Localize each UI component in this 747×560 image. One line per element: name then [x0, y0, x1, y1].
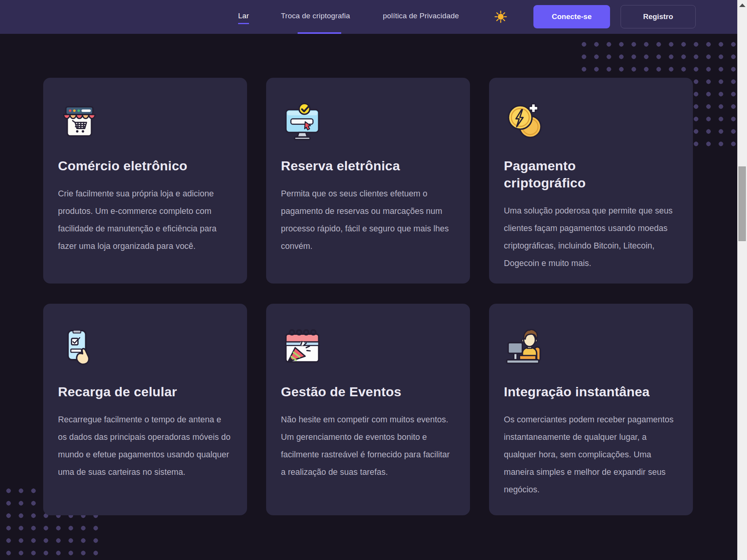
feature-card-crypto-payment: Pagamento criptográfico Uma solução pode… — [489, 78, 693, 284]
feature-description: Crie facilmente sua própria loja e adici… — [58, 185, 231, 255]
feature-card-event-management: Gestão de Eventos Não hesite em competir… — [266, 304, 470, 515]
feature-card-mobile-topup: Recarga de celular Recarregue facilmente… — [43, 304, 247, 515]
feature-title: Integração instantânea — [504, 383, 677, 400]
feature-title: Recarga de celular — [58, 383, 231, 400]
storefront-icon — [58, 100, 231, 140]
feature-title: Reserva eletrônica — [281, 157, 454, 174]
event-calendar-icon — [281, 326, 454, 366]
register-button[interactable]: Registro — [621, 5, 696, 28]
phone-topup-icon — [58, 326, 231, 366]
features-grid: Comércio eletrônico Crie facilmente sua … — [43, 78, 693, 515]
crypto-coins-icon — [504, 100, 677, 140]
feature-title: Gestão de Eventos — [281, 383, 454, 400]
merchant-desk-icon — [504, 326, 677, 366]
feature-card-ebooking: Reserva eletrônica Permita que os seus c… — [266, 78, 470, 284]
scrollbar-up-arrow-icon[interactable] — [739, 4, 745, 7]
login-button[interactable]: Conecte-se — [533, 5, 610, 28]
nav-link-crypto-exchange[interactable]: Troca de criptografia — [281, 12, 350, 20]
feature-title: Comércio eletrônico — [58, 157, 231, 174]
feature-description: Os comerciantes podem receber pagamentos… — [504, 411, 677, 499]
feature-card-ecommerce: Comércio eletrônico Crie facilmente sua … — [43, 78, 247, 284]
feature-title: Pagamento criptográfico — [504, 157, 613, 191]
nav-link-home[interactable]: Lar — [238, 12, 249, 24]
theme-toggle-button[interactable] — [493, 10, 508, 24]
sun-icon — [494, 19, 507, 24]
booking-monitor-icon — [281, 100, 454, 140]
scrollbar-track[interactable] — [737, 0, 747, 560]
nav-link-privacy-policy[interactable]: política de Privacidade — [383, 12, 459, 20]
feature-description: Não hesite em competir com muitos evento… — [281, 411, 454, 481]
scrollbar-thumb[interactable] — [738, 166, 746, 241]
feature-description: Uma solução poderosa que permite que seu… — [504, 202, 677, 272]
nav-active-indicator — [298, 32, 341, 34]
navbar: Lar Troca de criptografia política de Pr… — [0, 0, 737, 34]
feature-description: Permita que os seus clientes efetuem o p… — [281, 185, 454, 255]
feature-description: Recarregue facilmente o tempo de antena … — [58, 411, 231, 481]
feature-card-instant-integration: Integração instantânea Os comerciantes p… — [489, 304, 693, 515]
